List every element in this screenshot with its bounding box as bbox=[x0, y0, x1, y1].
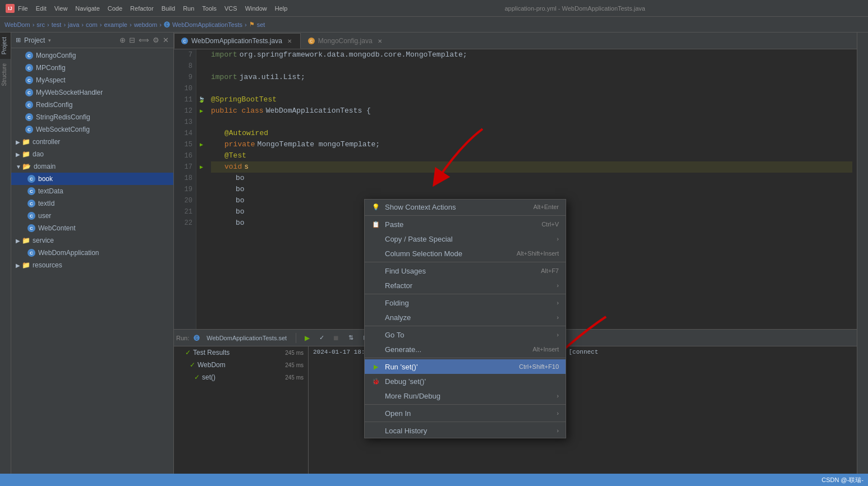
action-expand[interactable]: ⊟ bbox=[129, 36, 135, 44]
run-item-set[interactable]: ✓ set() 245 ms bbox=[174, 371, 308, 383]
menu-open-in[interactable]: Open In › bbox=[365, 406, 566, 420]
gutter-run-icon2[interactable]: ▶ bbox=[196, 139, 206, 150]
tree-item-webcontent[interactable]: C WebContent bbox=[11, 222, 173, 234]
tree-item-controller[interactable]: ▶ 📁 controller bbox=[11, 136, 173, 148]
menu-copy-paste-special[interactable]: Copy / Paste Special › bbox=[365, 232, 566, 246]
rerun-btn[interactable]: ✓ bbox=[315, 332, 328, 344]
empty-icon bbox=[371, 391, 380, 400]
panel-actions: ⊕ ⊟ ⟺ ⚙ ✕ bbox=[120, 36, 169, 44]
tree-item-domain[interactable]: ▼ 📂 domain bbox=[11, 160, 173, 173]
menu-code[interactable]: Code bbox=[108, 5, 122, 12]
run-item-webdom[interactable]: ✓ WebDom 245 ms bbox=[174, 359, 308, 371]
class-icon: C bbox=[25, 76, 34, 85]
tree-item-websocketconfig[interactable]: C WebSocketConfig bbox=[11, 123, 173, 136]
nav-structure[interactable]: Structure bbox=[0, 59, 11, 91]
tree-item-stringredisconfig[interactable]: C StringRedisConfig bbox=[11, 111, 173, 123]
menu-folding[interactable]: Folding › bbox=[365, 295, 566, 310]
folder-arrow: ▶ bbox=[16, 151, 20, 158]
menu-debug-set[interactable]: 🐞 Debug 'set()' bbox=[365, 374, 566, 388]
tree-item-myaspect[interactable]: C MyAspect bbox=[11, 74, 173, 86]
tree-item-redisconfig[interactable]: C RedisConfig bbox=[11, 99, 173, 111]
tab-webdomapplicationtests[interactable]: C WebDomApplicationTests.java ✕ bbox=[174, 33, 301, 49]
menu-column-selection[interactable]: Column Selection Mode Alt+Shift+Insert bbox=[365, 246, 566, 261]
tree-item-mpconfig[interactable]: C MPConfig bbox=[11, 62, 173, 74]
menu-edit[interactable]: Edit bbox=[36, 5, 47, 12]
class-icon: C bbox=[27, 248, 36, 257]
tree-item-dao[interactable]: ▶ 📁 dao bbox=[11, 148, 173, 160]
tree-item-webdomapplication[interactable]: C WebDomApplication bbox=[11, 247, 173, 259]
tree-item-mongoconfig[interactable]: C MongoConfig bbox=[11, 49, 173, 62]
breadcrumb-method-icon: ⚑ bbox=[249, 21, 255, 28]
code-line-17: void s bbox=[211, 161, 852, 173]
pass-icon: ✓ bbox=[190, 361, 195, 369]
menu-refactor[interactable]: Refactor › bbox=[365, 278, 566, 293]
action-locate[interactable]: ⊕ bbox=[120, 36, 126, 44]
tab-mongoconfig[interactable]: C MongoConfig.java ✕ bbox=[301, 33, 391, 49]
menu-analyze[interactable]: Analyze › bbox=[365, 310, 566, 325]
nav-project[interactable]: Project bbox=[0, 33, 11, 59]
menu-run-set[interactable]: ▶ Run 'set()' Ctrl+Shift+F10 bbox=[365, 359, 566, 374]
gutter-run-icon[interactable]: ▶ bbox=[196, 105, 206, 117]
breadcrumb-test[interactable]: test bbox=[52, 21, 62, 28]
bulb-icon: 💡 bbox=[371, 202, 380, 211]
menu-local-history[interactable]: Local History › bbox=[365, 423, 566, 438]
tab-close-mongoconfig[interactable]: ✕ bbox=[376, 37, 384, 45]
run-item-testresults[interactable]: ✓ Test Results 245 ms bbox=[174, 346, 308, 359]
breadcrumb-java[interactable]: java bbox=[68, 21, 79, 28]
tree-item-textdata[interactable]: C textData bbox=[11, 185, 173, 197]
code-line-11: @SpringBootTest bbox=[211, 94, 852, 105]
empty-icon bbox=[371, 298, 380, 307]
breadcrumb-webdom[interactable]: WebDom bbox=[4, 21, 30, 28]
breadcrumb-class[interactable]: WebDomApplicationTests bbox=[172, 21, 242, 28]
menu-generate[interactable]: Generate... Alt+Insert bbox=[365, 342, 566, 357]
breadcrumb-method[interactable]: set bbox=[257, 21, 265, 28]
stop-btn[interactable]: ⏹ bbox=[330, 332, 342, 344]
menu-refactor[interactable]: Refactor bbox=[130, 5, 154, 12]
menu-view[interactable]: View bbox=[54, 5, 68, 12]
menu-vcs[interactable]: VCS bbox=[224, 5, 237, 12]
sort-btn[interactable]: ⇅ bbox=[345, 332, 357, 344]
tree-item-service[interactable]: ▶ 📁 service bbox=[11, 234, 173, 247]
menu-bar[interactable]: File Edit View Navigate Code Refactor Bu… bbox=[18, 5, 287, 12]
menu-window[interactable]: Window bbox=[245, 5, 267, 12]
menu-goto[interactable]: Go To › bbox=[365, 327, 566, 342]
empty-icon bbox=[371, 409, 380, 418]
breadcrumb-src[interactable]: src bbox=[36, 21, 45, 28]
code-line-15: private MongoTemplate mongoTemplate; bbox=[211, 139, 852, 150]
tab-close-webdomapplicationtests[interactable]: ✕ bbox=[286, 37, 293, 45]
submenu-arrow: › bbox=[557, 299, 559, 306]
menu-build[interactable]: Build bbox=[162, 5, 175, 12]
code-line-9: import java.util.List; bbox=[211, 72, 852, 83]
action-settings[interactable]: ⚙ bbox=[153, 36, 159, 44]
class-icon: C bbox=[27, 199, 36, 208]
menu-more-run-debug[interactable]: More Run/Debug › bbox=[365, 388, 566, 403]
breadcrumb-webdom2[interactable]: webdom bbox=[134, 21, 158, 28]
menu-paste[interactable]: 📋 Paste Ctrl+V bbox=[365, 217, 566, 232]
menu-show-context-actions[interactable]: 💡 Show Context Actions Alt+Enter bbox=[365, 200, 566, 214]
menu-navigate[interactable]: Navigate bbox=[75, 5, 99, 12]
tree-item-user[interactable]: C user bbox=[11, 210, 173, 222]
tab-bar: C WebDomApplicationTests.java ✕ C MongoC… bbox=[174, 33, 857, 49]
menu-help[interactable]: Help bbox=[275, 5, 288, 12]
menu-tools[interactable]: Tools bbox=[202, 5, 217, 12]
gutter-run-icon3[interactable]: ▶ bbox=[196, 161, 206, 173]
folder-arrow: ▶ bbox=[16, 238, 20, 244]
run-label: Run: bbox=[176, 335, 189, 341]
menu-file[interactable]: File bbox=[18, 5, 28, 12]
tree-item-book[interactable]: C book bbox=[11, 173, 173, 185]
tree-item-mywebsockethandler[interactable]: C MyWebSocketHandler bbox=[11, 86, 173, 99]
tree-item-resources[interactable]: ▶ 📁 resources bbox=[11, 259, 173, 271]
action-collapse[interactable]: ⟺ bbox=[139, 36, 149, 44]
breadcrumb-example[interactable]: example bbox=[104, 21, 127, 28]
folder-arrow: ▼ bbox=[16, 164, 21, 170]
menu-run[interactable]: Run bbox=[183, 5, 194, 12]
action-close[interactable]: ✕ bbox=[163, 36, 169, 44]
run-btn[interactable]: ▶ bbox=[301, 332, 313, 344]
panel-title-chevron[interactable]: ▾ bbox=[48, 38, 51, 43]
gutter-leaf-icon: 🍃 bbox=[196, 94, 206, 105]
breadcrumb-com[interactable]: com bbox=[86, 21, 98, 28]
submenu-arrow: › bbox=[557, 282, 559, 289]
menu-find-usages[interactable]: Find Usages Alt+F7 bbox=[365, 263, 566, 278]
class-icon: C bbox=[25, 51, 34, 60]
tree-item-textid[interactable]: C textId bbox=[11, 197, 173, 210]
